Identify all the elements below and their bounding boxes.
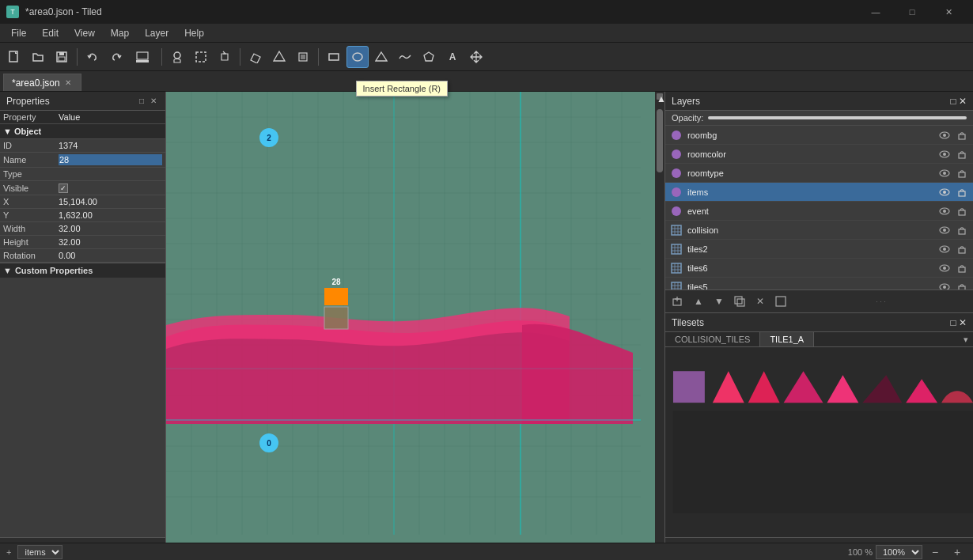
layer-item-roomcolor[interactable]: roomcolor [665, 145, 973, 164]
maximize-button[interactable]: □ [894, 0, 930, 24]
v-scrollbar[interactable]: ▲ ▼ [655, 92, 664, 551]
tab-close-button[interactable]: ✕ [65, 78, 71, 87]
rotate-button[interactable] [214, 46, 236, 68]
layers-close-button[interactable]: ✕ [959, 96, 967, 107]
layer-tiles5-vis[interactable] [938, 281, 951, 290]
tileset-view[interactable] [665, 347, 973, 537]
zoom-out-button[interactable]: − [926, 543, 945, 561]
prop-type-value[interactable] [55, 168, 165, 181]
layer-item-tiles5[interactable]: tiles5 [665, 278, 973, 289]
layer-roomcolor-lock[interactable] [956, 148, 968, 161]
layer-roombg-vis[interactable] [938, 129, 951, 142]
map-viewport[interactable]: 2 28 0 [166, 92, 664, 560]
select-polygon-button[interactable] [418, 46, 440, 68]
layer-roomtype-vis[interactable] [938, 167, 951, 180]
layer-roombg-lock[interactable] [956, 129, 968, 142]
close-button[interactable]: ✕ [930, 0, 967, 24]
visible-checkbox[interactable]: ✓ [59, 184, 68, 193]
prop-x-value[interactable]: 15,104.00 [55, 195, 165, 209]
menu-map[interactable]: Map [103, 26, 137, 40]
prop-rotation-value[interactable]: 0.00 [55, 249, 165, 263]
tileset-dropdown[interactable]: ▾ [959, 332, 973, 346]
tab-label: *area0.json [12, 78, 60, 89]
layer-tiles5-lock[interactable] [956, 281, 968, 290]
layer-properties-button[interactable] [771, 293, 790, 310]
delete-layer-button[interactable]: ✕ [751, 293, 770, 310]
undo-button[interactable] [81, 46, 104, 68]
layer-tiles6-vis[interactable] [938, 262, 951, 274]
prop-row-type: Type [0, 168, 165, 181]
layer-tiles2-lock[interactable] [956, 243, 968, 255]
layer-item-event[interactable]: event [665, 202, 973, 221]
layer-event-vis[interactable] [938, 205, 951, 218]
object-section-collapse[interactable]: ▼ [3, 127, 14, 136]
properties-float-button[interactable]: □ [137, 96, 146, 106]
svg-point-76 [943, 191, 946, 194]
text-button[interactable]: A [441, 46, 464, 68]
layer-tiles6-lock[interactable] [956, 262, 968, 274]
menu-edit[interactable]: Edit [34, 26, 66, 40]
layer-select[interactable]: items [17, 545, 62, 559]
prop-y-value[interactable]: 1,632.00 [55, 209, 165, 222]
map-area[interactable]: 2 28 0 ▲ ▼ ◀ ▶ [166, 92, 664, 560]
move-button[interactable] [465, 46, 487, 68]
layer-item-roomtype[interactable]: roomtype [665, 164, 973, 183]
layer-item-items[interactable]: items [665, 183, 973, 202]
menu-layer[interactable]: Layer [137, 26, 176, 40]
redo-button[interactable] [105, 46, 127, 68]
select-button[interactable] [190, 46, 212, 68]
add-layer-button[interactable] [668, 293, 687, 310]
layer-item-roombg[interactable]: roombg [665, 126, 973, 145]
prop-visible-value[interactable]: ✓ [55, 181, 165, 195]
tab-collision-tiles[interactable]: COLLISION_TILES [665, 332, 760, 346]
prop-name-input[interactable] [59, 154, 162, 165]
select-ellipse-button[interactable] [346, 46, 369, 68]
eraser-button[interactable] [244, 46, 267, 68]
prop-height-value[interactable]: 32.00 [55, 236, 165, 249]
layer-items-lock[interactable] [956, 186, 968, 199]
custom-props-section[interactable]: ▼ Custom Properties [0, 263, 165, 278]
v-scroll-thumb[interactable] [657, 109, 663, 172]
properties-close-button[interactable]: ✕ [148, 96, 159, 106]
layer-tiles2-vis[interactable] [938, 243, 951, 255]
layer-event-lock[interactable] [956, 205, 968, 218]
prop-name-value[interactable] [55, 153, 165, 168]
menu-file[interactable]: File [3, 26, 34, 40]
stamp-button[interactable] [129, 46, 157, 68]
zoom-in-button[interactable]: + [948, 543, 967, 561]
menu-view[interactable]: View [66, 26, 103, 40]
duplicate-layer-button[interactable] [730, 293, 749, 310]
zoom-select[interactable]: 25% 50% 75% 100% 150% 200% 400% [876, 545, 922, 559]
select-triangle-button[interactable] [370, 46, 392, 68]
select-wave-button[interactable] [394, 46, 416, 68]
fill-button[interactable] [268, 46, 290, 68]
move-layer-down-button[interactable]: ▼ [710, 293, 729, 310]
select-rect-button[interactable] [323, 46, 345, 68]
save-button[interactable] [51, 46, 73, 68]
layer-roomtype-lock[interactable] [956, 167, 968, 180]
new-button[interactable] [3, 46, 25, 68]
layer-item-tiles6[interactable]: tiles6 [665, 259, 973, 278]
prop-width-value[interactable]: 32.00 [55, 222, 165, 236]
open-button[interactable] [27, 46, 49, 68]
tilesets-close-button[interactable]: ✕ [959, 317, 967, 328]
layers-float-button[interactable]: □ [950, 96, 956, 107]
layer-items-vis[interactable] [938, 186, 951, 199]
v-scroll-track[interactable] [655, 101, 664, 541]
minimize-button[interactable]: — [858, 0, 894, 24]
layer-roomcolor-vis[interactable] [938, 148, 951, 161]
layer-collision-vis[interactable] [938, 224, 951, 236]
opacity-slider[interactable] [708, 116, 967, 119]
layer-item-tiles2[interactable]: tiles2 [665, 240, 973, 259]
add-object-button[interactable] [166, 46, 188, 68]
v-scroll-up[interactable]: ▲ [657, 93, 663, 100]
svg-marker-14 [376, 52, 387, 61]
layer-item-collision[interactable]: collision [665, 221, 973, 240]
tilesets-float-button[interactable]: □ [950, 317, 956, 328]
menu-help[interactable]: Help [176, 26, 212, 40]
tab-area0[interactable]: *area0.json ✕ [3, 74, 81, 91]
bucket-button[interactable] [292, 46, 314, 68]
move-layer-up-button[interactable]: ▲ [689, 293, 708, 310]
tab-tile1a[interactable]: TILE1_A [760, 332, 814, 346]
layer-collision-lock[interactable] [956, 224, 968, 236]
